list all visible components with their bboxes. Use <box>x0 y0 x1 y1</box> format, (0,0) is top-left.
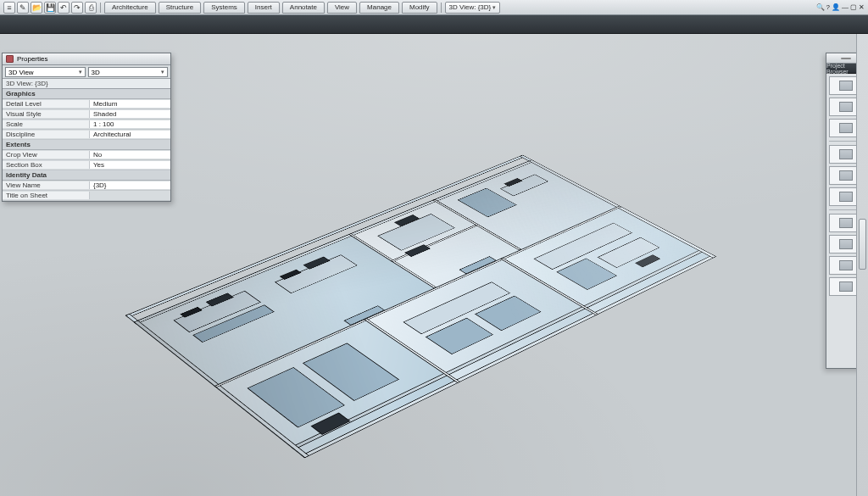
ribbon-tab-label: Architecture <box>112 3 148 11</box>
thumb-icon <box>839 260 853 270</box>
prop-value[interactable]: No <box>90 151 170 159</box>
prop-value[interactable]: Architectural <box>90 131 170 138</box>
properties-title: Properties <box>17 55 47 63</box>
prop-value[interactable]: {3D} <box>90 181 170 189</box>
app-menu-icon[interactable]: ≡ <box>3 2 15 14</box>
ribbon-panel-strip <box>0 15 868 34</box>
ribbon-tab-label: Structure <box>166 3 193 11</box>
minimize-icon[interactable]: ― <box>842 3 849 11</box>
prop-value[interactable]: Shaded <box>90 110 170 118</box>
properties-rows: Graphics Detail LevelMedium Visual Style… <box>3 89 170 201</box>
new-icon[interactable]: ✎ <box>17 2 29 14</box>
search-icon[interactable]: 🔍 <box>816 3 825 11</box>
prop-row[interactable]: Crop ViewNo <box>3 150 170 160</box>
prop-key: Crop View <box>3 151 90 159</box>
ribbon-tab-label: Systems <box>211 3 237 11</box>
prop-key: Visual Style <box>3 110 90 118</box>
ribbon-tab-label: Annotate <box>290 3 317 11</box>
prop-section-label: Identity Data <box>6 171 47 179</box>
prop-row[interactable]: Title on Sheet <box>3 191 170 201</box>
help-icon[interactable]: ? <box>826 3 830 11</box>
prop-row[interactable]: View Name{3D} <box>3 181 170 191</box>
ribbon-tab-modify[interactable]: Modify <box>402 2 437 14</box>
prop-section-label: Graphics <box>6 90 36 98</box>
ribbon-tab-label: Manage <box>367 3 392 11</box>
chevron-down-icon: ▾ <box>79 69 82 75</box>
iso-container <box>103 106 765 471</box>
active-view-button[interactable]: 3D View: {3D} ▾ <box>445 2 501 14</box>
chevron-down-icon: ▾ <box>492 4 496 11</box>
ribbon-tab-systems[interactable]: Systems <box>203 2 245 14</box>
family-select[interactable]: 3D View ▾ <box>5 67 86 77</box>
undo-icon[interactable]: ↶ <box>58 2 70 14</box>
prop-section-label: Extents <box>6 141 31 148</box>
toolbar-separator <box>100 3 101 13</box>
ribbon-tab-annotate[interactable]: Annotate <box>282 2 325 14</box>
thumb-icon <box>839 81 853 91</box>
properties-title-bar[interactable]: Properties <box>3 53 170 65</box>
instance-filter-label: 3D View: {3D} <box>6 80 48 87</box>
prop-row[interactable]: DisciplineArchitectural <box>3 130 170 140</box>
family-select-label: 3D View <box>8 69 34 76</box>
maximize-icon[interactable]: ▢ <box>850 3 857 11</box>
prop-key: Scale <box>3 120 90 128</box>
thumb-icon <box>839 102 853 112</box>
type-select-label: 3D <box>92 69 100 76</box>
ribbon-tab-label: View <box>335 3 349 11</box>
ribbon-tab-insert[interactable]: Insert <box>248 2 280 14</box>
ribbon-tab-group: Architecture Structure Systems Insert An… <box>104 2 437 14</box>
properties-icon <box>6 55 14 63</box>
ribbon-tab-view[interactable]: View <box>327 2 357 14</box>
window-controls: 🔍 ? 👤 ― ▢ ✕ <box>816 3 865 11</box>
save-icon[interactable]: 💾 <box>44 2 56 14</box>
prop-row[interactable]: Detail LevelMedium <box>3 99 170 109</box>
prop-section[interactable]: Graphics <box>3 89 170 99</box>
thumb-icon <box>839 149 853 159</box>
top-toolbar: ≡ ✎ 📂 💾 ↶ ↷ ⎙ Architecture Structure Sys… <box>0 0 868 15</box>
quick-access-toolbar: ≡ ✎ 📂 💾 ↶ ↷ ⎙ <box>3 2 97 14</box>
toolbar-separator <box>441 3 442 13</box>
properties-panel[interactable]: Properties 3D View ▾ 3D ▾ 3D View: {3D} … <box>2 53 171 202</box>
ribbon-tab-structure[interactable]: Structure <box>159 2 201 14</box>
type-select[interactable]: 3D ▾ <box>88 67 169 77</box>
chevron-down-icon: ▾ <box>161 69 164 75</box>
prop-key: Discipline <box>3 131 90 138</box>
grip-icon <box>841 58 851 59</box>
print-icon[interactable]: ⎙ <box>85 2 97 14</box>
user-icon[interactable]: 👤 <box>832 3 840 11</box>
type-selector: 3D View ▾ 3D ▾ <box>3 65 170 79</box>
thumb-icon <box>839 281 853 292</box>
prop-key: Section Box <box>3 161 90 169</box>
prop-row[interactable]: Visual StyleShaded <box>3 109 170 120</box>
prop-row[interactable]: Scale1 : 100 <box>3 120 170 130</box>
thumb-icon <box>839 123 853 133</box>
active-view-label: 3D View: {3D} <box>449 3 492 11</box>
open-icon[interactable]: 📂 <box>31 2 42 14</box>
prop-value[interactable]: Medium <box>90 100 170 108</box>
ribbon-tab-architecture[interactable]: Architecture <box>104 2 156 14</box>
instance-filter[interactable]: 3D View: {3D} <box>3 79 170 89</box>
ribbon-tab-manage[interactable]: Manage <box>359 2 399 14</box>
thumb-icon <box>839 170 853 181</box>
app-root: ≡ ✎ 📂 💾 ↶ ↷ ⎙ Architecture Structure Sys… <box>0 0 868 496</box>
close-icon[interactable]: ✕ <box>859 3 865 11</box>
redo-icon[interactable]: ↷ <box>71 2 83 14</box>
prop-value[interactable]: Yes <box>90 161 170 169</box>
ribbon-tab-label: Modify <box>409 3 430 11</box>
viewport-vertical-scrollbar[interactable] <box>856 34 868 496</box>
prop-key: Title on Sheet <box>3 192 90 199</box>
prop-row[interactable]: Section BoxYes <box>3 160 170 170</box>
prop-key: Detail Level <box>3 100 90 108</box>
thumb-icon <box>839 239 853 249</box>
ribbon-tab-label: Insert <box>255 3 272 11</box>
prop-section[interactable]: Identity Data <box>3 170 170 181</box>
prop-section[interactable]: Extents <box>3 140 170 150</box>
prop-key: View Name <box>3 181 90 189</box>
model-viewport[interactable]: Properties 3D View ▾ 3D ▾ 3D View: {3D} … <box>0 34 868 496</box>
floorplan-3d[interactable] <box>134 159 717 458</box>
prop-value[interactable]: 1 : 100 <box>90 120 170 128</box>
thumb-icon <box>839 192 853 202</box>
scroll-thumb[interactable] <box>859 219 866 270</box>
thumb-icon <box>839 218 853 228</box>
